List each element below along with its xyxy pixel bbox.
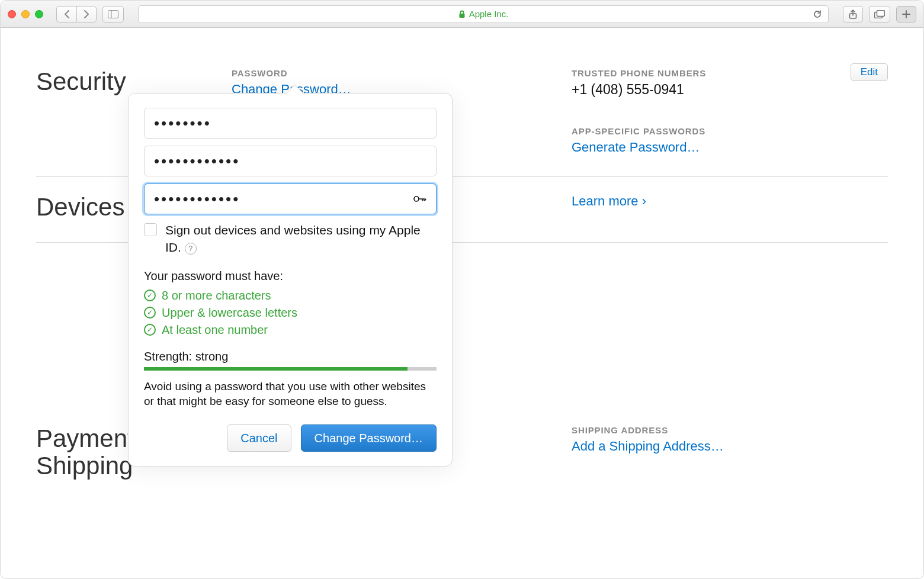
lock-icon bbox=[458, 10, 466, 18]
window-traffic-lights bbox=[8, 10, 43, 18]
new-tab-button[interactable] bbox=[896, 6, 916, 22]
minimize-window-icon[interactable] bbox=[21, 10, 30, 18]
password-requirements-list: ✓8 or more characters ✓Upper & lowercase… bbox=[144, 289, 437, 337]
password-advice-text: Avoid using a password that you use with… bbox=[144, 379, 437, 409]
reload-icon[interactable] bbox=[813, 9, 822, 19]
generate-password-link[interactable]: Generate Password… bbox=[572, 140, 888, 155]
devices-learn-more-link[interactable]: Learn more bbox=[572, 194, 646, 208]
page-content: Security PASSWORD Change Password… •••••… bbox=[1, 28, 923, 525]
browser-toolbar: Apple Inc. bbox=[1, 1, 923, 28]
trusted-numbers-label: TRUSTED PHONE NUMBERS bbox=[572, 68, 888, 78]
new-password-input[interactable]: •••••••••••• bbox=[144, 146, 437, 176]
requirement-item: ✓Upper & lowercase letters bbox=[144, 306, 437, 320]
requirement-item: ✓8 or more characters bbox=[144, 289, 437, 303]
confirm-password-input[interactable]: •••••••••••• bbox=[144, 184, 437, 214]
check-icon: ✓ bbox=[144, 290, 156, 301]
svg-point-6 bbox=[414, 197, 419, 201]
svg-rect-5 bbox=[877, 10, 885, 16]
tabs-overview-button[interactable] bbox=[869, 6, 890, 22]
help-icon[interactable]: ? bbox=[185, 243, 197, 255]
back-button[interactable] bbox=[56, 6, 76, 22]
svg-rect-2 bbox=[459, 14, 464, 18]
trusted-number-value: +1 (408) 555-0941 bbox=[572, 82, 888, 98]
keychain-suggest-icon[interactable] bbox=[413, 194, 426, 204]
app-specific-passwords-label: APP-SPECIFIC PASSWORDS bbox=[572, 126, 888, 136]
password-strength-label: Strength: strong bbox=[144, 350, 437, 364]
password-requirements-title: Your password must have: bbox=[144, 269, 437, 283]
add-shipping-address-link[interactable]: Add a Shipping Address… bbox=[572, 439, 888, 454]
sign-out-devices-checkbox[interactable] bbox=[144, 223, 157, 236]
svg-rect-0 bbox=[108, 10, 118, 18]
nav-back-forward bbox=[56, 6, 97, 22]
edit-security-button[interactable]: Edit bbox=[851, 63, 888, 81]
sidebar-toggle-button[interactable] bbox=[102, 6, 124, 22]
current-password-input[interactable]: •••••••• bbox=[144, 108, 437, 139]
zoom-window-icon[interactable] bbox=[35, 10, 43, 18]
cancel-button[interactable]: Cancel bbox=[227, 424, 291, 452]
change-password-button[interactable]: Change Password… bbox=[301, 424, 437, 452]
security-section: Security PASSWORD Change Password… •••••… bbox=[36, 52, 888, 177]
change-password-popover: •••••••• •••••••••••• •••••••••••• bbox=[128, 93, 453, 467]
toolbar-right bbox=[843, 6, 916, 22]
forward-button[interactable] bbox=[76, 6, 97, 22]
sign-out-devices-label: Sign out devices and websites using my A… bbox=[165, 221, 437, 256]
address-label: Apple Inc. bbox=[469, 9, 509, 19]
share-button[interactable] bbox=[843, 6, 863, 22]
address-bar[interactable]: Apple Inc. bbox=[138, 5, 829, 23]
check-icon: ✓ bbox=[144, 307, 156, 319]
password-strength-meter bbox=[144, 367, 437, 371]
password-section-label: PASSWORD bbox=[232, 68, 548, 78]
close-window-icon[interactable] bbox=[8, 10, 16, 18]
shipping-address-label: SHIPPING ADDRESS bbox=[572, 425, 888, 435]
requirement-item: ✓At least one number bbox=[144, 323, 437, 337]
check-icon: ✓ bbox=[144, 324, 156, 336]
